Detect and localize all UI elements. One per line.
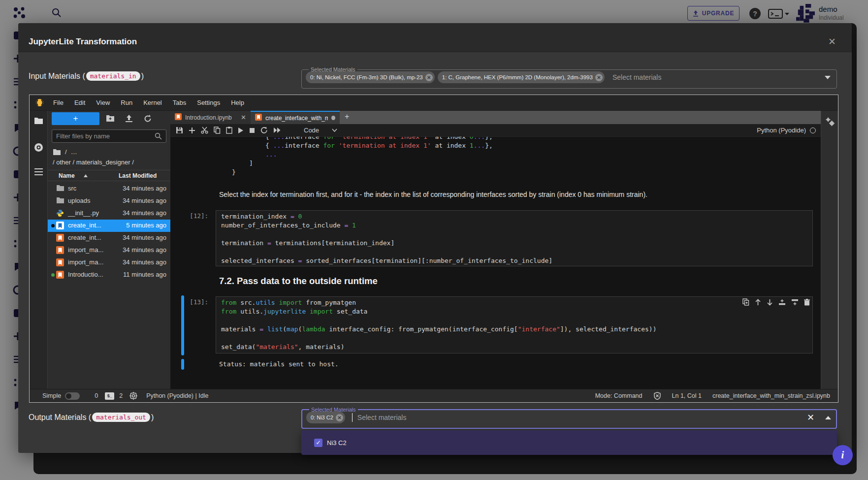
checkbox-checked-icon[interactable]: ✓: [314, 439, 322, 447]
tab-close-icon[interactable]: ✕: [241, 114, 246, 121]
menu-run[interactable]: Run: [115, 99, 138, 106]
info-button[interactable]: i: [833, 445, 853, 465]
tab-1[interactable]: Introduction.ipynb✕: [170, 111, 251, 124]
output-materials-select[interactable]: Selected Materials 0: Ni3 C2✕ Select mat…: [301, 407, 837, 429]
material-chip[interactable]: 0: Ni, Nickel, FCC (Fm-3m) 3D (Bulk), mp…: [306, 71, 435, 83]
run-icon[interactable]: [238, 127, 244, 134]
chip-remove-icon[interactable]: ✕: [595, 74, 603, 81]
simple-mode-toggle[interactable]: [65, 392, 80, 400]
code-line: number_of_interfaces_to_include = 1: [221, 221, 807, 230]
kernel-status-text[interactable]: Python (Pyodide) | Idle: [146, 392, 208, 399]
file-name: create_int...: [68, 234, 101, 241]
chip-remove-icon[interactable]: ✕: [336, 414, 343, 421]
file-row[interactable]: import_ma...34 minutes ago: [48, 244, 170, 256]
property-inspector-gears-icon[interactable]: [825, 117, 835, 127]
move-cell-up-icon[interactable]: [755, 298, 761, 308]
save-icon[interactable]: [176, 127, 183, 134]
chevron-up-icon[interactable]: [825, 416, 831, 419]
code-line: [221, 316, 807, 325]
chip-remove-icon[interactable]: ✕: [425, 74, 433, 81]
file-row[interactable]: __init__.py34 minutes ago: [48, 207, 170, 220]
col-name[interactable]: Name: [59, 172, 88, 179]
notebook-icon: [175, 113, 182, 122]
col-modified[interactable]: Last Modified: [119, 172, 157, 179]
file-browser-tab-icon[interactable]: [34, 117, 43, 125]
stop-icon[interactable]: [249, 128, 255, 133]
filter-files-input[interactable]: Filter files by name: [52, 129, 166, 143]
file-row[interactable]: src34 minutes ago: [48, 183, 170, 195]
kernel-name[interactable]: Python (Pyodide): [757, 127, 806, 134]
tab-2[interactable]: create_interface_with_min_: [251, 111, 340, 124]
terminals-count[interactable]: 0: [95, 392, 98, 399]
chip-label: 0: Ni3 C2: [311, 415, 333, 420]
python-icon: [56, 209, 64, 219]
insert-cell-above-icon[interactable]: [778, 298, 786, 308]
code-cell-12[interactable]: termination_index = 0number_of_interface…: [216, 210, 813, 266]
refresh-icon[interactable]: [144, 115, 152, 123]
running-sessions-icon[interactable]: [34, 143, 43, 152]
tab-label: Introduction.ipynb: [185, 114, 232, 121]
file-name: src: [68, 185, 76, 192]
kernels-count[interactable]: 2: [119, 392, 123, 399]
menu-settings[interactable]: Settings: [192, 99, 225, 106]
crumb-ellipsis[interactable]: …: [71, 148, 77, 156]
menu-help[interactable]: Help: [225, 99, 250, 106]
menu-file[interactable]: File: [48, 99, 69, 106]
restart-kernel-icon[interactable]: [260, 127, 268, 134]
code-line: materials = list(map(lambda interface_co…: [221, 325, 807, 334]
new-tab-button[interactable]: +: [340, 111, 354, 124]
table-of-contents-icon[interactable]: [34, 168, 43, 176]
close-icon[interactable]: ✕: [828, 37, 836, 46]
input-materials-select[interactable]: Selected Materials 0: Ni, Nickel, FCC (F…: [301, 66, 837, 89]
move-cell-down-icon[interactable]: [767, 298, 773, 308]
file-modified: 5 minutes ago: [115, 222, 166, 229]
file-modified: 34 minutes ago: [115, 246, 166, 254]
dropdown-option-label[interactable]: Ni3 C2: [327, 439, 347, 447]
code-line: ...: [219, 150, 493, 159]
paste-icon[interactable]: [226, 127, 232, 134]
file-list-header[interactable]: Name Last Modified: [48, 170, 170, 181]
tab-dirty-indicator: [331, 116, 335, 120]
menu-kernel[interactable]: Kernel: [138, 99, 167, 106]
new-folder-icon[interactable]: [106, 115, 115, 122]
menu-edit[interactable]: Edit: [69, 99, 91, 106]
file-row[interactable]: uploads34 minutes ago: [48, 195, 170, 207]
cut-icon[interactable]: [201, 127, 208, 134]
right-sidebar: [821, 111, 838, 389]
notebook-content: { ...interface for 'termination at index…: [170, 137, 821, 389]
material-chip[interactable]: 1: C, Graphene, HEX (P6/mmm) 2D (Monolay…: [438, 71, 605, 83]
delete-cell-icon[interactable]: [804, 298, 810, 308]
mode-indicator[interactable]: Mode: Command: [595, 392, 643, 399]
input-label-text: Input Materials (: [29, 72, 85, 81]
run-all-icon[interactable]: [273, 127, 281, 133]
insert-cell-icon[interactable]: [189, 127, 195, 134]
cell-output-json: { ...interface for 'termination at index…: [219, 137, 493, 177]
crumb-root[interactable]: /: [65, 148, 67, 156]
new-launcher-button[interactable]: +: [52, 112, 99, 125]
upload-icon[interactable]: [125, 115, 133, 122]
file-row[interactable]: import_ma...34 minutes ago: [48, 256, 170, 269]
insert-cell-below-icon[interactable]: [791, 298, 799, 308]
chevron-down-icon[interactable]: [825, 76, 831, 79]
jupyter-statusbar: Simple 0 $_ 2 Python (Pyodide) | Idle Mo…: [30, 389, 838, 402]
clear-icon[interactable]: ✕: [807, 412, 814, 423]
kernel-status-icon: [810, 128, 816, 133]
breadcrumb[interactable]: / …: [53, 148, 77, 156]
file-row[interactable]: Introductio...11 minutes ago: [48, 269, 170, 281]
file-name: Introductio...: [68, 271, 103, 278]
file-row[interactable]: create_int...5 minutes ago: [48, 220, 170, 232]
menu-tabs[interactable]: Tabs: [167, 99, 192, 106]
material-chip[interactable]: 0: Ni3 C2✕: [306, 412, 345, 423]
copy-icon[interactable]: [214, 127, 221, 134]
screen: UPGRADE ? demo Individual JupyterLite Tr…: [0, 0, 868, 480]
menu-view[interactable]: View: [91, 99, 115, 106]
cell-type-select[interactable]: Code: [304, 127, 319, 134]
dialog-title: JupyterLite Transformation: [29, 37, 137, 47]
file-row[interactable]: create_int...34 minutes ago: [48, 232, 170, 244]
duplicate-cell-icon[interactable]: [742, 298, 749, 308]
code-cell-13[interactable]: from src.utils import from_pymatgenfrom …: [216, 296, 813, 353]
home-folder-icon[interactable]: [53, 149, 61, 156]
jupyterlite-transformation-dialog: JupyterLite Transformation ✕ Input Mater…: [18, 23, 852, 453]
input-materials-label: Input Materials (materials_in): [29, 71, 144, 81]
cursor-position[interactable]: Ln 1, Col 1: [672, 392, 702, 399]
